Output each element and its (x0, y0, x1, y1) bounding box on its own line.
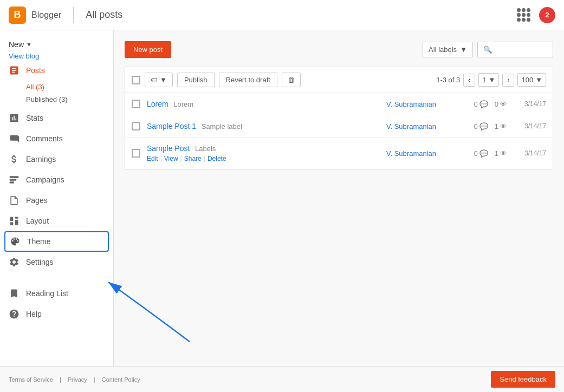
sidebar-item-theme[interactable]: Theme (4, 231, 109, 252)
per-page-value: 100 (521, 76, 533, 84)
send-feedback-button[interactable]: Send feedback (491, 371, 555, 388)
post-author-1: V. Subramanian (376, 122, 446, 130)
label-button[interactable]: 🏷 ▼ (145, 73, 173, 87)
next-page-button[interactable]: › (502, 74, 514, 87)
row-checkbox-0[interactable] (132, 100, 140, 108)
terms-link[interactable]: Terms of Service (9, 376, 53, 383)
post-author-2: V. Subramanian (376, 149, 446, 158)
eye-icon: 👁 (500, 122, 507, 130)
search-icon: 🔍 (483, 45, 492, 54)
apps-grid-icon[interactable] (517, 8, 530, 22)
new-post-button[interactable]: New post (125, 41, 171, 58)
sidebar-item-posts-label: Posts (26, 66, 45, 75)
post-label-0: Lorem (173, 100, 193, 108)
content-area: New post All labels ▼ 🔍 🏷 ▼ Publ (114, 30, 564, 392)
header: B Blogger All posts 2 (0, 0, 564, 30)
campaigns-icon (9, 174, 20, 185)
sidebar-item-reading-list[interactable]: Reading List (0, 283, 113, 304)
posts-action-bar: 🏷 ▼ Publish Revert to draft 🗑 1-3 of 3 ‹… (125, 67, 553, 93)
new-button[interactable]: New ▼ (0, 37, 113, 52)
post-views-0: 0 👁 (495, 100, 507, 108)
delete-button[interactable]: 🗑 (282, 73, 301, 87)
row-checkbox-2[interactable] (132, 149, 140, 158)
all-labels-label: All labels (429, 45, 457, 54)
view-blog-link[interactable]: View blog (0, 51, 48, 66)
stats-icon (9, 113, 20, 123)
sidebar-item-campaigns-label: Campaigns (26, 175, 64, 184)
row-checkbox-1[interactable] (132, 122, 140, 130)
label-chevron-icon: ▼ (160, 76, 167, 84)
post-date-1: 3/14/17 (514, 122, 546, 130)
post-comments-1: 0 💬 (474, 122, 488, 130)
header-logo: B Blogger All posts (9, 6, 122, 24)
post-title-1[interactable]: Sample Post 1 (147, 122, 196, 130)
sidebar-sub-published[interactable]: Published (3) (26, 93, 105, 106)
post-stats-2: 0 💬 1 👁 (453, 149, 507, 158)
page-number: 1 (482, 76, 486, 84)
sidebar-item-pages[interactable]: Pages (0, 190, 113, 211)
privacy-link[interactable]: Privacy (68, 376, 87, 383)
sidebar-item-comments-label: Comments (26, 134, 63, 143)
sidebar-item-settings[interactable]: Settings (0, 252, 113, 272)
post-share-link[interactable]: Share (184, 155, 202, 162)
pagination-count: 1-3 of 3 (436, 76, 460, 84)
svg-rect-1 (10, 179, 17, 180)
posts-area: 🏷 ▼ Publish Revert to draft 🗑 1-3 of 3 ‹… (125, 67, 553, 169)
header-divider (73, 7, 74, 23)
sidebar-sub-all[interactable]: All (3) (26, 81, 105, 93)
comment-icon: 💬 (479, 122, 488, 130)
chevron-down-icon: ▼ (26, 41, 32, 48)
prev-page-button[interactable]: ‹ (463, 74, 475, 87)
main-layout: New ▼ View blog Posts All (3) Published … (0, 30, 564, 392)
sidebar-item-help[interactable]: Help (0, 304, 113, 324)
footer-sep-1: | (60, 376, 61, 383)
post-title-col-0: Lorem Lorem (147, 100, 369, 108)
post-title-2[interactable]: Sample Post (147, 144, 190, 153)
page-select[interactable]: 1 ▼ (478, 73, 499, 87)
search-box: 🔍 (477, 42, 553, 57)
publish-button[interactable]: Publish (177, 73, 215, 87)
post-views-2: 1 👁 (495, 149, 507, 158)
sidebar-item-pages-label: Pages (26, 196, 48, 205)
sidebar-item-layout-label: Layout (26, 217, 49, 225)
help-icon (9, 309, 20, 319)
comment-icon: 💬 (479, 100, 488, 108)
post-view-link[interactable]: View (164, 155, 178, 162)
post-comments-2: 0 💬 (474, 149, 488, 158)
pages-icon (9, 195, 20, 206)
post-edit-link[interactable]: Edit (147, 155, 158, 162)
comments-icon (9, 133, 20, 144)
earnings-icon (9, 154, 20, 165)
svg-rect-2 (10, 181, 14, 183)
settings-icon (9, 257, 20, 267)
post-delete-link[interactable]: Delete (208, 155, 226, 162)
post-title-0[interactable]: Lorem (147, 100, 168, 108)
per-page-select[interactable]: 100 ▼ (517, 73, 546, 87)
table-row: Lorem Lorem V. Subramanian 0 💬 0 👁 3/14/… (125, 93, 553, 115)
revert-to-draft-button[interactable]: Revert to draft (219, 73, 277, 87)
label-icon: 🏷 (151, 76, 158, 84)
sidebar-item-stats-label: Stats (26, 114, 43, 122)
content-policy-link[interactable]: Content Policy (102, 376, 140, 383)
user-avatar[interactable]: 2 (539, 7, 555, 23)
page-chevron-icon: ▼ (489, 76, 496, 84)
sidebar-item-help-label: Help (26, 310, 42, 318)
theme-icon (10, 236, 21, 247)
table-row: Sample Post 1 Sample label V. Subramania… (125, 115, 553, 138)
labels-chevron-icon: ▼ (460, 45, 467, 54)
sidebar-item-campaigns[interactable]: Campaigns (0, 169, 113, 190)
post-label-1: Sample label (202, 122, 242, 130)
all-labels-dropdown[interactable]: All labels ▼ (423, 42, 473, 57)
post-title-col-2: Sample Post Labels Edit | View | Share |… (147, 144, 369, 162)
pagination: 1-3 of 3 ‹ 1 ▼ › 100 ▼ (436, 73, 546, 87)
sidebar-item-comments[interactable]: Comments (0, 128, 113, 149)
select-all-checkbox[interactable] (132, 76, 140, 84)
eye-icon: 👁 (500, 149, 507, 158)
sidebar-item-earnings[interactable]: Earnings (0, 149, 113, 169)
footer: Terms of Service | Privacy | Content Pol… (0, 366, 564, 392)
post-title-col-1: Sample Post 1 Sample label (147, 122, 369, 130)
sidebar-item-stats[interactable]: Stats (0, 108, 113, 128)
sidebar-item-layout[interactable]: Layout (0, 211, 113, 231)
header-right: 2 (517, 7, 555, 23)
sidebar-item-theme-label: Theme (27, 237, 51, 246)
